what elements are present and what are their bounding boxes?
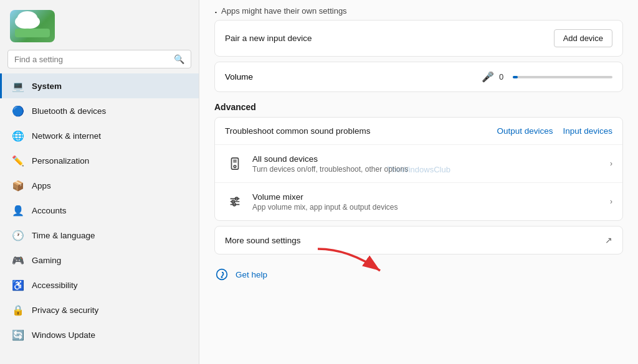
get-help-label[interactable]: Get help [236,270,267,279]
sidebar-item-time[interactable]: 🕐 Time & language [0,223,199,248]
sidebar-item-label: Windows Update [32,330,95,340]
volume-card: Volume 🎤 0 [214,62,623,92]
more-sound-card[interactable]: More sound settings ↗ [214,226,623,254]
all-sound-devices-row[interactable]: All sound devices Turn devices on/off, t… [215,145,622,183]
volume-mixer-info: Volume mixer App volume mix, app input &… [252,192,602,212]
microphone-icon: 🎤 [482,71,494,83]
get-help-row: Get help [214,259,623,282]
sidebar-item-label: Privacy & security [32,306,98,315]
sidebar-item-label: System [32,82,62,91]
svg-point-11 [217,269,227,280]
external-link-icon: ↗ [605,235,612,245]
volume-value: 0 [499,72,508,82]
volume-mixer-icon [225,192,245,212]
advanced-card: TheWindowsClub Troubleshoot common sound… [214,117,623,221]
sidebar-item-label: Bluetooth & devices [32,106,106,116]
sidebar-item-label: Apps [32,181,51,190]
sidebar-item-accessibility[interactable]: ♿ Accessibility [0,273,199,297]
time-icon: 🕐 [12,229,24,241]
sidebar-item-gaming[interactable]: 🎮 Gaming [0,248,199,273]
main-content: · Apps might have their own settings Pai… [199,0,638,364]
sidebar-item-label: Accessibility [32,281,78,290]
sidebar-item-label: Gaming [32,256,61,265]
volume-slider[interactable] [513,76,612,78]
svg-point-12 [221,277,222,278]
all-sound-devices-title: All sound devices [252,154,602,164]
add-device-button[interactable]: Add device [554,29,612,47]
volume-fill [513,76,518,78]
sidebar-item-network[interactable]: 🌐 Network & internet [0,123,199,148]
chevron-right-icon-2: › [610,197,612,206]
svg-point-2 [234,166,236,168]
system-icon: 💻 [12,80,24,92]
volume-label: Volume [225,72,482,82]
pair-device-label: Pair a new input device [225,34,546,43]
add-device-right: Add device [554,29,612,47]
windows-update-icon: 🔄 [12,329,24,341]
search-input[interactable] [14,55,169,64]
device-links: Output devices Input devices [497,126,612,136]
gaming-icon: 🎮 [12,254,24,266]
volume-mixer-title: Volume mixer [252,192,602,202]
apps-icon: 📦 [12,179,24,192]
more-sound-label: More sound settings [225,236,598,245]
sound-device-icon [225,154,245,174]
volume-controls: 🎤 0 [482,71,612,83]
sidebar-item-bluetooth[interactable]: 🔵 Bluetooth & devices [0,98,199,123]
troubleshoot-row: Troubleshoot common sound problems Outpu… [215,118,622,145]
sidebar-header [0,0,199,47]
volume-mixer-row[interactable]: Volume mixer App volume mix, app input &… [215,183,622,220]
all-sound-devices-desc: Turn devices on/off, troubleshoot, other… [252,165,602,174]
volume-mixer-desc: App volume mix, app input & output devic… [252,203,602,212]
troubleshoot-label: Troubleshoot common sound problems [225,126,492,136]
privacy-icon: 🔒 [12,304,24,316]
all-sound-devices-info: All sound devices Turn devices on/off, t… [252,154,602,174]
output-devices-link[interactable]: Output devices [497,126,553,136]
sidebar-nav: 💻 System 🔵 Bluetooth & devices 🌐 Network… [0,73,199,364]
bluetooth-icon: 🔵 [12,105,24,117]
pair-device-row: Pair a new input device Add device [215,21,622,56]
network-icon: 🌐 [12,129,24,142]
sidebar-item-apps[interactable]: 📦 Apps [0,173,199,198]
bullet-icon: · [214,6,217,17]
accessibility-icon: ♿ [12,279,24,291]
avatar [10,10,55,42]
sidebar-item-label: Accounts [32,206,67,215]
advanced-section-title: Advanced [214,102,623,112]
sidebar-item-windows-update[interactable]: 🔄 Windows Update [0,322,199,347]
volume-row: Volume 🎤 0 [215,62,622,91]
chevron-right-icon: › [610,159,612,168]
search-icon: 🔍 [174,54,184,64]
sidebar-item-accounts[interactable]: 👤 Accounts [0,198,199,223]
apps-hint-row: · Apps might have their own settings [214,0,623,20]
get-help-icon [214,267,229,282]
sidebar-item-privacy[interactable]: 🔒 Privacy & security [0,297,199,322]
search-box[interactable]: 🔍 [7,50,191,68]
sidebar-item-label: Time & language [32,231,95,240]
input-devices-link[interactable]: Input devices [563,126,612,136]
main-inner: · Apps might have their own settings Pai… [199,0,638,297]
sidebar-item-label: Personalization [32,156,89,166]
sidebar-item-label: Network & internet [32,131,101,141]
more-sound-row[interactable]: More sound settings ↗ [215,226,622,254]
sidebar-item-personalization[interactable]: ✏️ Personalization [0,148,199,173]
sidebar: 🔍 💻 System 🔵 Bluetooth & devices 🌐 Netwo… [0,0,199,364]
sidebar-item-system[interactable]: 💻 System [0,73,199,98]
personalization-icon: ✏️ [12,154,24,167]
apps-hint-text: Apps might have their own settings [221,6,347,16]
accounts-icon: 👤 [12,204,24,217]
pair-device-card: Pair a new input device Add device [214,20,623,57]
